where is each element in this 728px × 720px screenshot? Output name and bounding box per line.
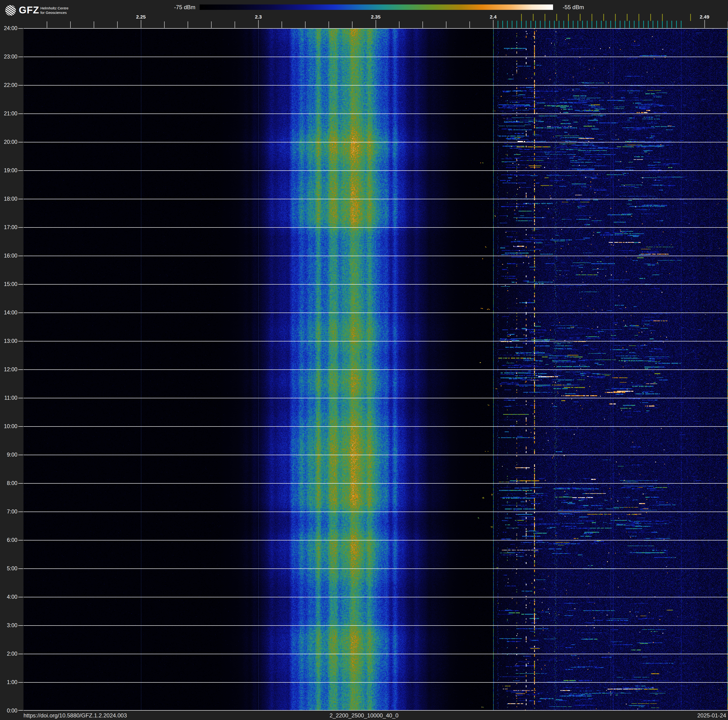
ble-channel-tick [653, 21, 653, 28]
freq-minor-tick [446, 21, 447, 28]
freq-minor-tick [422, 21, 423, 28]
ble-channel-tick [596, 21, 597, 28]
ble-channel-tick [526, 21, 526, 28]
wifi-channel-tick [544, 14, 545, 21]
wifi-channel-tick [521, 14, 522, 21]
ble-channel-tick [601, 21, 602, 28]
ble-channel-tick [516, 21, 517, 28]
freq-major-tick [704, 20, 705, 28]
hour-tick [18, 682, 23, 683]
ble-channel-tick [592, 21, 592, 28]
hour-tick [18, 625, 23, 626]
hour-label: 12:00 [2, 366, 17, 372]
hour-label: 4:00 [2, 594, 17, 600]
hour-tick [18, 369, 23, 370]
hour-tick [18, 142, 23, 142]
hour-label: 11:00 [2, 395, 17, 401]
freq-minor-tick [399, 21, 399, 28]
freq-major-tick [258, 20, 259, 28]
hour-label: 21:00 [2, 110, 17, 116]
hour-tick [18, 540, 23, 541]
ble-channel-tick [549, 21, 550, 28]
dataset-id-label: 2_2200_2500_10000_40_0 [0, 712, 728, 719]
hour-label: 22:00 [2, 82, 17, 88]
ble-channel-tick [648, 21, 648, 28]
hour-label: 19:00 [2, 167, 17, 173]
hour-tick [18, 341, 23, 342]
freq-minor-tick [117, 21, 118, 28]
ble-channel-tick [620, 21, 621, 28]
ble-channel-tick [587, 21, 587, 28]
hour-tick [18, 113, 23, 114]
hour-tick [18, 28, 23, 29]
ble-channel-tick [662, 21, 663, 28]
ble-channel-tick [667, 21, 667, 28]
hour-label: 23:00 [2, 54, 17, 60]
hour-tick [18, 710, 23, 711]
wifi-channel-tick [592, 14, 592, 21]
freq-minor-tick [352, 21, 352, 28]
hour-label: 3:00 [2, 622, 17, 628]
spectrogram-page: { "page": {"width": 3100, "height": 3064… [0, 0, 728, 720]
wifi-channel-tick [690, 14, 691, 21]
ble-channel-tick [507, 21, 508, 28]
ble-channel-tick [544, 21, 545, 28]
ble-channel-tick [563, 21, 564, 28]
hour-tick [18, 85, 23, 86]
wifi-channel-tick [580, 14, 581, 21]
hour-tick [18, 512, 23, 512]
date-label: 2025-01-24 [697, 712, 726, 719]
ble-channel-tick [671, 21, 672, 28]
freq-tick-label: 2.49 [690, 14, 719, 20]
ble-channel-tick [582, 21, 583, 28]
freq-minor-tick [164, 21, 165, 28]
hour-tick [18, 227, 23, 228]
hour-label: 2:00 [2, 651, 17, 657]
ble-channel-tick [502, 21, 503, 28]
hour-tick [18, 597, 23, 597]
ble-channel-tick [643, 21, 644, 28]
hour-tick [18, 483, 23, 484]
ble-channel-tick [498, 21, 498, 28]
ble-channel-tick [657, 21, 658, 28]
freq-minor-tick [305, 21, 306, 28]
hour-label: 6:00 [2, 537, 17, 543]
freq-minor-tick [235, 21, 235, 28]
ble-channel-tick [540, 21, 541, 28]
freq-minor-tick [188, 21, 188, 28]
ble-channel-tick [512, 21, 512, 28]
wifi-channel-tick [556, 14, 557, 21]
hour-label: 14:00 [2, 309, 17, 316]
ble-channel-tick [578, 21, 578, 28]
freq-major-tick [376, 20, 376, 28]
hour-label: 16:00 [2, 253, 17, 259]
freq-minor-tick [94, 21, 94, 28]
freq-minor-tick [70, 21, 71, 28]
ble-channel-tick [568, 21, 569, 28]
ble-channel-tick [624, 21, 625, 28]
hour-label: 15:00 [2, 281, 17, 287]
wifi-channel-tick [662, 14, 663, 21]
hour-tick [18, 455, 23, 455]
hour-label: 5:00 [2, 565, 17, 571]
hour-tick [18, 199, 23, 199]
ble-channel-tick [629, 21, 630, 28]
freq-tick-label: 2.35 [362, 14, 390, 20]
wifi-channel-tick [568, 14, 569, 21]
hour-label: 13:00 [2, 338, 17, 344]
freq-tick-label: 2.25 [127, 14, 155, 20]
freq-minor-tick [329, 21, 329, 28]
freq-minor-tick [281, 21, 282, 28]
hour-tick [18, 284, 23, 285]
ble-channel-tick [573, 21, 574, 28]
hour-label: 7:00 [2, 509, 17, 515]
freq-minor-tick [211, 21, 212, 28]
ble-channel-tick [676, 21, 677, 28]
ble-channel-tick [610, 21, 611, 28]
ble-channel-tick [521, 21, 522, 28]
wifi-channel-tick [650, 14, 651, 21]
ble-channel-tick [634, 21, 635, 28]
hour-tick [18, 654, 23, 654]
ble-channel-tick [639, 21, 639, 28]
hour-label: 24:00 [2, 25, 17, 31]
